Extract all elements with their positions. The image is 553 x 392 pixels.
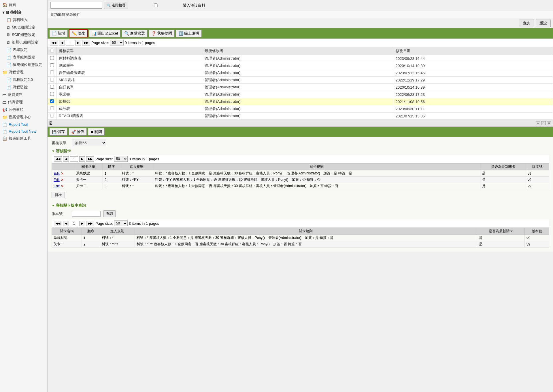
sidebar-item-code-mgmt[interactable]: 🗃代碼管理 [0, 98, 47, 106]
bottom-last-page[interactable]: ▶▶ [86, 221, 94, 226]
row-checkbox[interactable] [50, 114, 54, 117]
query-button[interactable]: 查詢 [519, 20, 534, 27]
version-label: 版本號 [52, 211, 69, 216]
action-btn-edit[interactable]: ✏️修改 [69, 29, 88, 37]
table-row[interactable]: 自訂表單 管理者(Administrator) 2020/10/14 10:39 [48, 84, 553, 91]
prev-page-button[interactable]: ◀ [59, 40, 65, 45]
section2-header[interactable]: ▼ 審核關卡版本查詢 [52, 203, 549, 208]
gate-order: 1 [103, 170, 120, 177]
row-checkbox[interactable] [50, 85, 54, 89]
minimize-button[interactable]: ─ [536, 121, 540, 125]
sidebar-item-file-center[interactable]: 📁檔案管理中心 [0, 113, 47, 121]
form-action-btn-close[interactable]: ✖關閉 [88, 128, 105, 136]
bottom-prev-page[interactable]: ◀ [63, 221, 69, 226]
sidebar-item-report-tool-new[interactable]: 📄Report Tool New [0, 128, 47, 135]
sidebar-item-flow-mgmt[interactable]: 📁流程管理 [0, 68, 47, 76]
sidebar-item-form-settings[interactable]: 📄表單設定 [0, 46, 47, 54]
section1-header[interactable]: ▼ 審核關卡 [52, 149, 549, 154]
sidebar-item-ca65-settings[interactable]: 🖥加州65組態設定 [0, 39, 47, 46]
sidebar-item-material-data[interactable]: 🗃物質資料 [0, 91, 47, 98]
brow-order: 1 [82, 235, 100, 241]
inner-page-number[interactable] [70, 156, 78, 162]
table-row[interactable]: 加州65 管理者(Administrator) 2021/11/08 10:56 [48, 98, 553, 105]
action-btn-help[interactable]: ❓我要提問 [149, 30, 175, 37]
table-row[interactable]: 原材料調查表 管理者(Administrator) 2023/09/28 16:… [48, 55, 553, 62]
bottom-page-size-label: Page size: [95, 221, 113, 226]
sidebar-item-announcement[interactable]: 📢公告事項 [0, 106, 47, 113]
bottom-first-page[interactable]: ◀◀ [54, 221, 62, 226]
form-action-btn-save[interactable]: 💾儲存 [49, 128, 67, 136]
add-gate-button[interactable]: 新增 [52, 192, 65, 198]
row-checkbox[interactable] [50, 56, 54, 60]
inner-prev-page[interactable]: ◀ [63, 156, 69, 162]
action-btn-online-help[interactable]: ℹ️線上說明 [176, 30, 202, 37]
inner-table-row[interactable]: Edit✕ 关卡一 2 料號：^PY 料號：^PY 應審核人數：1 全數同意：否… [52, 177, 549, 183]
sidebar-item-scip-settings[interactable]: 🖥SCIP組態設定 [0, 31, 47, 39]
row-modifier: 管理者(Administrator) [202, 98, 393, 105]
bottom-page-number[interactable] [70, 221, 78, 226]
inner-last-page[interactable]: ▶▶ [86, 156, 94, 162]
edit-link[interactable]: Edit [54, 184, 60, 188]
row-checkbox[interactable] [50, 92, 54, 96]
row-checkbox[interactable] [50, 106, 54, 110]
sidebar-item-control-panel[interactable]: ▼ 🖥 控制台 [0, 9, 47, 16]
row-checkbox[interactable] [50, 71, 54, 74]
items-info: 9 items in 1 pages [125, 41, 155, 45]
page-number-input[interactable] [66, 40, 74, 45]
close-button[interactable]: ✕ [547, 121, 551, 125]
delete-button[interactable]: ✕ [61, 172, 64, 176]
version-query-button[interactable]: 查詢 [103, 210, 116, 217]
table-row[interactable]: 測試報告 管理者(Administrator) 2020/10/14 10:39 [48, 62, 553, 69]
table-row[interactable]: 成分表 管理者(Administrator) 2023/06/30 11:11 [48, 105, 553, 113]
table-row[interactable]: MCD表格 管理者(Administrator) 2022/12/19 17:2… [48, 77, 553, 84]
sidebar-item-report-tool[interactable]: 📄Report Tool [0, 121, 47, 128]
edit-link[interactable]: Edit [54, 178, 60, 182]
row-checkbox[interactable] [50, 63, 54, 67]
gate-version: v9 [526, 170, 549, 177]
sidebar-item-data-import[interactable]: 📋資料匯入 [0, 16, 47, 24]
inner-next-page[interactable]: ▶ [79, 156, 85, 162]
last-page-button[interactable]: ▶▶ [82, 40, 90, 45]
form-action-btn-publish[interactable]: 🚀發佈 [69, 128, 87, 136]
action-btn-new[interactable]: 📄新增 [49, 30, 68, 37]
inner-page-size-select[interactable]: 102050100 [114, 156, 128, 162]
sidebar-item-home[interactable]: 🏠 首頁 [0, 1, 47, 9]
sidebar-item-mcd-settings[interactable]: 🖥MCD組態設定 [0, 24, 47, 31]
reset-button[interactable]: 重設 [536, 20, 551, 27]
first-page-button[interactable]: ◀◀ [50, 40, 58, 45]
advanced-search-button[interactable]: 🔍 進階搜尋 [104, 2, 128, 9]
main-table-section: 審核表單 最後修改者 修改日期 原材料調查表 管理者(Administrator… [48, 47, 553, 127]
inner-first-page[interactable]: ◀◀ [54, 156, 62, 162]
action-btn-advanced-filter[interactable]: 🔍進階篩選 [122, 30, 148, 37]
bottom-page-size-select[interactable]: 102050100 [114, 220, 128, 226]
search-input[interactable] [50, 2, 102, 9]
bottom-next-page[interactable]: ▶ [79, 221, 85, 226]
sidebar-item-flow-v2[interactable]: 📄流程設定2.0 [0, 76, 47, 83]
delete-button[interactable]: ✕ [61, 178, 64, 182]
page-size-select[interactable]: 10 20 50 100 [110, 40, 124, 45]
table-row[interactable]: 承諾書 管理者(Administrator) 2022/06/28 17:23 [48, 91, 553, 98]
sidebar-item-fill-settings[interactable]: 📄填充欄位組態設定 [0, 61, 47, 68]
select-all-checkbox[interactable] [50, 49, 54, 52]
row-checkbox[interactable] [50, 99, 54, 103]
sidebar-item-form-group-settings[interactable]: 📄表單組態設定 [0, 54, 47, 61]
next-page-button[interactable]: ▶ [75, 40, 81, 45]
bottom-table-header: 關卡名稱 順序 進入規則 關卡規則 是否為最新關卡 版本號 [52, 228, 549, 235]
sidebar-item-report-builder[interactable]: 📋報表組建工具 [0, 135, 47, 142]
preset-data-checkbox-label[interactable]: 帶入預設資料 [130, 3, 205, 8]
action-btn-export-excel[interactable]: 📊匯出至Excel [89, 30, 120, 37]
edit-link[interactable]: Edit [54, 172, 60, 176]
restore-button[interactable]: □ [541, 121, 546, 125]
table-row[interactable]: REACH調查表 管理者(Administrator) 2021/07/15 1… [48, 113, 553, 120]
delete-button[interactable]: ✕ [61, 184, 64, 188]
version-input[interactable] [72, 211, 101, 217]
inner-table-row[interactable]: Edit✕ 关卡二 3 料號：* 料號：* 應審核人數：1 全數同意：否 應審核… [52, 183, 549, 189]
table-row[interactable]: 責任礦產調查表 管理者(Administrator) 2023/07/12 15… [48, 69, 553, 77]
inner-table-row[interactable]: Edit✕ 系統默認 1 料號：* 料號：* 應審核人數：1 全數同意：是 應審… [52, 170, 549, 177]
preset-data-checkbox[interactable] [130, 3, 182, 7]
form-name-select[interactable]: 加州65 [72, 140, 106, 146]
bottom-col-name: 關卡名稱 [52, 228, 82, 235]
brow-version: v9 [525, 241, 549, 248]
row-checkbox[interactable] [50, 78, 54, 81]
sidebar-item-flow-monitor[interactable]: 📄流程監控 [0, 83, 47, 91]
